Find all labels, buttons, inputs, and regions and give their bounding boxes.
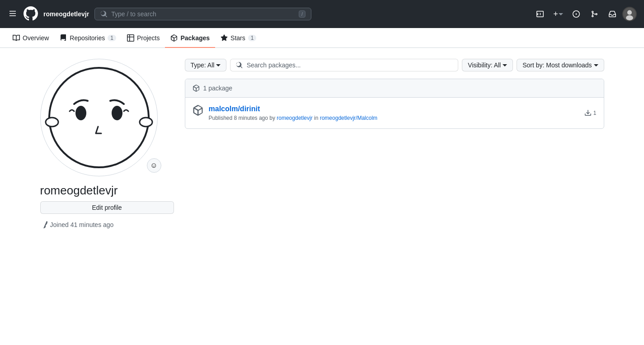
add-new-button[interactable]: + bbox=[550, 6, 566, 22]
search-packages-field[interactable] bbox=[230, 59, 458, 71]
hamburger-button[interactable] bbox=[7, 8, 18, 20]
header-actions: + bbox=[532, 6, 637, 22]
search-packages-icon bbox=[236, 61, 243, 69]
package-in-text: in bbox=[314, 115, 318, 121]
github-logo-icon[interactable] bbox=[24, 6, 38, 22]
visibility-filter-label: Visibility: All bbox=[468, 61, 501, 69]
type-chevron-icon bbox=[216, 63, 221, 67]
star-icon bbox=[221, 34, 228, 42]
book-icon bbox=[13, 34, 20, 42]
package-downloads-count: 1 bbox=[593, 110, 597, 116]
package-info: malcolm/dirinit Published 8 minutes ago … bbox=[209, 105, 378, 121]
tab-projects[interactable]: Projects bbox=[122, 28, 165, 48]
package-left: malcolm/dirinit Published 8 minutes ago … bbox=[193, 105, 378, 121]
packages-count-label: 1 package bbox=[203, 85, 233, 92]
filters-row: Type: All Visibility: All Sort by: Most … bbox=[185, 59, 604, 71]
tab-stars-label: Stars bbox=[230, 34, 245, 42]
profile-sidebar: ☺ romeogdetlevjr Edit profile Joined 41 … bbox=[40, 59, 174, 228]
header-username: romeogdetlevjr bbox=[43, 10, 89, 18]
svg-point-5 bbox=[140, 118, 152, 127]
package-repo-link[interactable]: romeogdetlevjr/Malcolm bbox=[320, 115, 377, 121]
package-item: malcolm/dirinit Published 8 minutes ago … bbox=[185, 98, 604, 128]
package-downloads: 1 bbox=[584, 109, 597, 117]
type-filter-dropdown[interactable]: Type: All bbox=[185, 59, 227, 71]
tab-projects-label: Projects bbox=[137, 34, 160, 42]
packages-content: Type: All Visibility: All Sort by: Most … bbox=[185, 59, 604, 228]
repos-badge: 1 bbox=[108, 35, 116, 41]
sort-dropdown[interactable]: Sort by: Most downloads bbox=[517, 59, 604, 71]
terminal-icon-btn[interactable] bbox=[532, 6, 548, 22]
svg-point-1 bbox=[627, 10, 632, 15]
edit-profile-button[interactable]: Edit profile bbox=[40, 201, 174, 214]
tab-packages-label: Packages bbox=[180, 34, 210, 42]
package-header-icon bbox=[193, 85, 200, 92]
inbox-icon-btn[interactable] bbox=[604, 6, 620, 22]
tab-repos-label: Repositories bbox=[70, 34, 105, 42]
package-author-link[interactable]: romeogdetlevjr bbox=[277, 115, 312, 121]
tab-stars[interactable]: Stars 1 bbox=[215, 28, 262, 48]
package-published-text: Published 8 minutes ago by bbox=[209, 115, 275, 121]
package-icon bbox=[170, 34, 178, 42]
main-header: romeogdetlevjr Type / to search / + bbox=[0, 0, 644, 28]
svg-point-7 bbox=[112, 106, 122, 120]
rocket-icon bbox=[40, 221, 47, 228]
svg-point-2 bbox=[626, 15, 633, 20]
visibility-chevron-icon bbox=[503, 63, 507, 67]
issues-icon-btn[interactable] bbox=[568, 6, 584, 22]
tab-packages[interactable]: Packages bbox=[165, 28, 215, 48]
table-icon bbox=[127, 34, 134, 42]
sort-chevron-icon bbox=[594, 63, 598, 67]
profile-avatar bbox=[40, 59, 158, 176]
avatar-image bbox=[45, 63, 153, 172]
tab-repositories[interactable]: Repositories 1 bbox=[54, 28, 122, 48]
svg-point-3 bbox=[49, 68, 149, 167]
sort-label: Sort by: Most downloads bbox=[522, 61, 592, 69]
type-filter-label: Type: All bbox=[191, 61, 215, 69]
pulls-icon-btn[interactable] bbox=[586, 6, 602, 22]
visibility-filter-dropdown[interactable]: Visibility: All bbox=[462, 59, 513, 71]
tab-overview[interactable]: Overview bbox=[7, 28, 54, 48]
chevron-down-icon bbox=[559, 12, 563, 16]
joined-text: Joined 41 minutes ago bbox=[50, 221, 114, 228]
avatar-emoji-button[interactable]: ☺ bbox=[147, 158, 161, 173]
search-kbd: / bbox=[299, 10, 306, 18]
joined-row: Joined 41 minutes ago bbox=[40, 221, 174, 228]
profile-username: romeogdetlevjr bbox=[40, 184, 174, 198]
tab-overview-label: Overview bbox=[23, 34, 49, 42]
package-meta: Published 8 minutes ago by romeogdetlevj… bbox=[209, 115, 378, 121]
user-avatar[interactable] bbox=[622, 7, 637, 21]
avatar-container: ☺ bbox=[40, 59, 174, 176]
svg-point-4 bbox=[46, 118, 58, 127]
stars-badge: 1 bbox=[248, 35, 257, 41]
profile-nav: Overview Repositories 1 Projects Package… bbox=[0, 28, 644, 48]
package-name-link[interactable]: malcolm/dirinit bbox=[209, 105, 378, 113]
package-item-icon bbox=[193, 105, 203, 116]
search-icon bbox=[100, 10, 108, 18]
download-icon bbox=[584, 109, 592, 117]
packages-header: 1 package bbox=[185, 79, 604, 98]
search-placeholder-text: Type / to search bbox=[111, 10, 295, 18]
main-layout: ☺ romeogdetlevjr Edit profile Joined 41 … bbox=[33, 48, 611, 239]
repo-icon bbox=[60, 34, 67, 42]
search-bar[interactable]: Type / to search / bbox=[94, 8, 311, 20]
packages-container: 1 package malcolm/dirinit Published 8 mi… bbox=[185, 79, 604, 129]
search-packages-input[interactable] bbox=[247, 61, 453, 69]
svg-point-6 bbox=[75, 106, 86, 120]
